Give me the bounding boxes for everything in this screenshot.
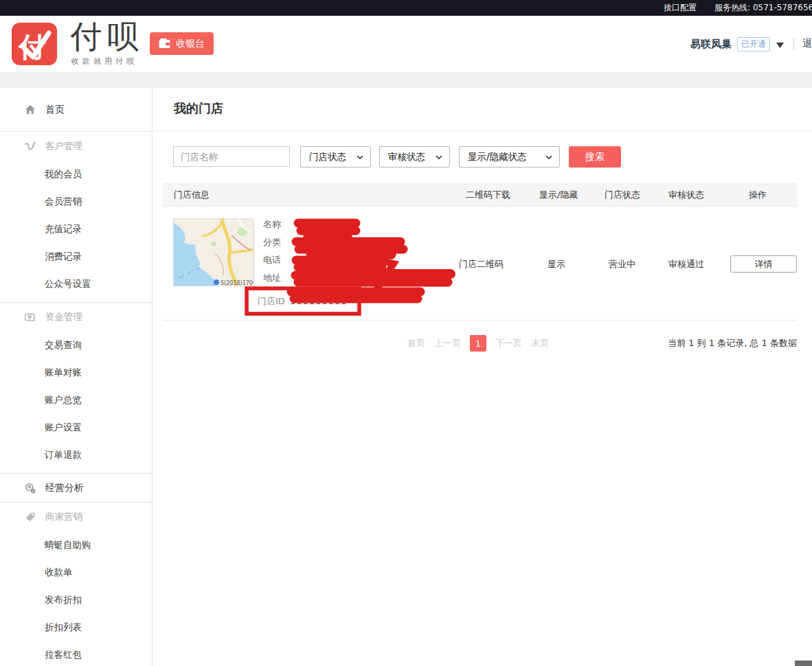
sidebar-item-my-members[interactable]: 我的会员 — [0, 161, 152, 188]
visibility-status-select[interactable]: 显示/隐藏状态 — [459, 146, 560, 168]
store-qr-link[interactable]: 门店二维码 — [459, 257, 504, 271]
search-button[interactable]: 搜索 — [569, 146, 621, 168]
dropdown-caret-icon[interactable] — [776, 38, 784, 51]
select-chevron-icon — [436, 155, 442, 159]
table-header: 门店信息 二维码下载 显示/隐藏 门店状态 审核状态 操作 — [163, 183, 797, 207]
sidebar-item-account-overview[interactable]: 账户总览 — [0, 387, 152, 414]
svg-text:¥: ¥ — [27, 484, 32, 490]
header: 付 付呗 收款就用付呗 收银台 易联凤巢 已开通 退出 — [0, 16, 812, 72]
api-config-link[interactable]: 接口配置 — [664, 2, 697, 14]
sidebar-item-transaction-query[interactable]: 交易查询 — [0, 332, 152, 359]
logout-link[interactable]: 退出 — [802, 38, 812, 50]
sidebar-item-discount-list[interactable]: 折扣列表 — [0, 614, 152, 641]
sidebar-item-payment-form[interactable]: 收款单 — [0, 559, 152, 586]
brand-wordmark: 付呗 — [70, 16, 144, 58]
sidebar-item-referral-redpacket[interactable]: 拉客红包 — [0, 641, 152, 666]
sidebar-section-customer-header[interactable]: 客户管理 — [0, 132, 152, 161]
main-content: 我的门店 门店状态 审核状态 显示/隐藏状态 搜索 门店信息 — [153, 88, 812, 666]
marketing-icon — [25, 512, 36, 523]
status-badge: 已开通 — [737, 37, 770, 51]
page-title: 我的门店 — [174, 100, 223, 117]
col-store-info: 门店信息 — [174, 184, 210, 206]
pagination-current-page[interactable]: 1 — [470, 335, 486, 352]
header-separator — [0, 72, 812, 88]
topbar: 接口配置 服务热线: 0571-5787656 — [0, 0, 812, 16]
sidebar-section-customer: 客户管理 我的会员 会员营销 充值记录 消费记录 公众号设置 — [0, 132, 152, 303]
col-store-status: 门店状态 — [605, 184, 640, 206]
pagination-prev[interactable]: 上一页 — [434, 337, 461, 349]
store-id-label: 门店ID — [258, 295, 285, 308]
audit-status-select[interactable]: 审核状态 — [379, 146, 450, 168]
sidebar-item-consumption-records[interactable]: 消费记录 — [0, 243, 152, 271]
sidebar-item-account-settings[interactable]: 账户设置 — [0, 414, 152, 441]
brand-logo[interactable]: 付 — [12, 23, 57, 65]
store-visibility: 显示 — [548, 257, 565, 271]
sidebar-item-official-account-settings[interactable]: 公众号设置 — [0, 271, 152, 298]
sidebar-section-funds-header[interactable]: ¥ 资金管理 — [0, 303, 152, 332]
map-image: S(2018)1700号 — [174, 219, 254, 286]
store-status: 营业中 — [609, 257, 635, 271]
sidebar-item-order-refund[interactable]: 订单退款 — [0, 441, 152, 469]
sidebar-item-bill-reconciliation[interactable]: 账单对账 — [0, 359, 152, 387]
record-summary: 当前 1 到 1 条记录, 总 1 条数据 — [668, 337, 797, 349]
store-map-thumbnail: S(2018)1700号 — [173, 218, 254, 286]
sidebar-section-funds: ¥ 资金管理 交易查询 账单对账 账户总览 账户设置 订单退款 — [0, 303, 152, 474]
analysis-icon: ¥ — [25, 483, 36, 494]
hotline: 服务热线: 0571-5787656 — [714, 2, 812, 14]
sidebar: 首页 客户管理 我的会员 会员营销 充值记录 消费记录 公众号设置 ¥ — [0, 88, 153, 666]
map-license-text: S(2018)1700号 — [221, 280, 254, 286]
col-visibility: 显示/隐藏 — [539, 184, 578, 206]
divider — [153, 130, 812, 131]
brand-tagline: 收款就用付呗 — [71, 56, 137, 67]
pagination-next[interactable]: 下一页 — [495, 337, 522, 349]
sidebar-item-publish-discount[interactable]: 发布折扣 — [0, 586, 152, 614]
cashier-icon — [159, 38, 170, 49]
sidebar-item-recharge-records[interactable]: 充值记录 — [0, 216, 152, 243]
store-name-input[interactable] — [173, 146, 290, 167]
select-chevron-icon — [357, 155, 363, 159]
store-id-value: 111111111 — [290, 296, 347, 306]
merchant-name[interactable]: 易联凤巢 — [690, 38, 732, 51]
pagination: 首页 上一页 1 下一页 末页 — [407, 335, 549, 352]
sidebar-section-merchant-marketing-header[interactable]: 商家营销 — [0, 503, 152, 531]
field-label-address: 地址 — [263, 272, 281, 284]
customer-icon — [25, 141, 36, 152]
store-status-select[interactable]: 门店状态 — [300, 146, 371, 168]
col-actions: 操作 — [749, 184, 767, 206]
sidebar-item-member-marketing[interactable]: 会员营销 — [0, 188, 152, 216]
table-row: S(2018)1700号 名称 分类 电话 地址 门店ID 111111111 … — [163, 207, 797, 321]
funds-icon: ¥ — [25, 312, 36, 323]
col-audit-status: 审核状态 — [668, 184, 704, 206]
field-label-name: 名称 — [263, 218, 281, 231]
field-label-phone: 电话 — [263, 254, 281, 266]
svg-text:¥: ¥ — [27, 314, 32, 321]
sidebar-item-business-analysis[interactable]: ¥ 经营分析 — [0, 474, 152, 503]
select-chevron-icon — [545, 155, 552, 159]
logo-check-icon — [12, 23, 57, 65]
sidebar-item-dragonfly-selfbuy[interactable]: 蜻蜓自助购 — [0, 531, 152, 559]
pagination-first[interactable]: 首页 — [407, 337, 425, 349]
store-id-box: 门店ID 111111111 — [248, 290, 357, 312]
sidebar-item-home[interactable]: 首页 — [0, 88, 152, 132]
detail-button[interactable]: 详情 — [730, 255, 797, 273]
page: 接口配置 服务热线: 0571-5787656 付 付呗 收款就用付呗 收银台 — [0, 0, 812, 666]
horizontal-scrollbar-thumb[interactable] — [795, 661, 812, 666]
sidebar-section-merchant-marketing: 商家营销 蜻蜓自助购 收款单 发布折扣 折扣列表 拉客红包 — [0, 503, 152, 666]
divider — [793, 38, 794, 50]
field-label-category: 分类 — [263, 236, 281, 249]
col-qr-download: 二维码下载 — [466, 184, 510, 206]
home-icon — [25, 104, 36, 115]
cashier-button[interactable]: 收银台 — [150, 32, 214, 55]
hotline-number: 0571-5787656 — [753, 3, 812, 12]
pagination-last[interactable]: 末页 — [531, 337, 549, 349]
account-area: 易联凤巢 已开通 退出 — [690, 16, 812, 72]
store-audit-status: 审核通过 — [668, 257, 704, 271]
